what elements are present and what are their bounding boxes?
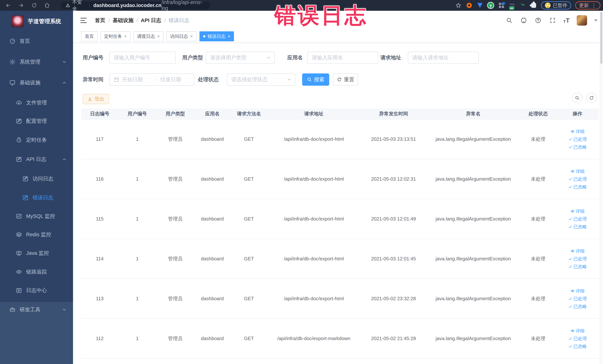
- logo-row[interactable]: 芋道管理系统: [0, 14, 73, 29]
- detail-link[interactable]: 详细: [570, 248, 585, 254]
- end-date-input[interactable]: [160, 77, 192, 82]
- sidebar-item-tracing[interactable]: 链路追踪: [0, 264, 73, 280]
- tab-error-log[interactable]: 错误日志×: [199, 31, 234, 41]
- detail-link[interactable]: 详细: [570, 129, 585, 134]
- mark-ignored-link[interactable]: 已忽略: [568, 264, 587, 270]
- sidebar-item-infrastructure[interactable]: 基础设施: [0, 75, 73, 91]
- extension-on-icon[interactable]: on: [509, 2, 515, 9]
- extension-y-icon[interactable]: y: [487, 2, 494, 9]
- request-url-input[interactable]: [412, 55, 474, 61]
- user-id-field[interactable]: [109, 52, 176, 64]
- detail-link[interactable]: 详细: [570, 168, 585, 174]
- tab-access-log[interactable]: 访问日志×: [166, 31, 197, 41]
- cell-log-id: 117: [81, 119, 118, 159]
- sidebar-item-api-log[interactable]: API 日志: [0, 151, 73, 167]
- sidebar-item-file-management[interactable]: 文件管理: [0, 94, 73, 111]
- app-name-field[interactable]: [307, 52, 378, 64]
- bookmark-star-icon[interactable]: [455, 2, 462, 9]
- column-header: 请求方法名: [231, 108, 267, 119]
- extension-shield-icon[interactable]: [476, 2, 483, 9]
- mark-processed-link[interactable]: 已处理: [568, 296, 587, 302]
- sidebar-item-system[interactable]: 系统管理: [0, 54, 73, 70]
- help-icon[interactable]: [534, 17, 542, 24]
- sidebar-item-label: 系统管理: [20, 59, 40, 65]
- sidebar-item-java-monitor[interactable]: Java 监控: [0, 245, 73, 261]
- extension-orange-icon[interactable]: [466, 2, 473, 9]
- exception-time-range-picker[interactable]: -: [109, 73, 194, 86]
- user-id-input[interactable]: [114, 55, 171, 61]
- mark-ignored-link[interactable]: 已忽略: [568, 224, 587, 230]
- user-type-select[interactable]: [206, 52, 275, 64]
- close-icon[interactable]: ×: [228, 34, 230, 39]
- browser-menu-kebab-icon[interactable]: ⋮: [591, 2, 596, 9]
- detail-link[interactable]: 详细: [570, 328, 585, 334]
- export-button[interactable]: 导出: [83, 94, 109, 104]
- home-icon[interactable]: [42, 1, 52, 10]
- extension-sprout-icon[interactable]: [520, 2, 526, 9]
- scrollbar-thumb[interactable]: [600, 12, 602, 64]
- sidebar-item-home[interactable]: 首页: [0, 33, 73, 49]
- browser-url-bar[interactable]: 不安全 dashboard.yudao.iocoder.cn/infra/log…: [61, 1, 210, 9]
- process-status-input[interactable]: [231, 77, 291, 82]
- breadcrumb-item[interactable]: 首页: [95, 17, 105, 24]
- sidebar-item-dev-tools[interactable]: 研发工具: [0, 302, 73, 318]
- breadcrumb-item[interactable]: 基础设施: [113, 17, 133, 24]
- reload-icon[interactable]: [29, 1, 39, 10]
- request-url-field[interactable]: [408, 52, 479, 64]
- sidebar-item-redis-monitor[interactable]: Redis 监控: [0, 226, 73, 243]
- tab-scheduled-jobs[interactable]: 定时任务×: [101, 31, 130, 41]
- close-icon[interactable]: ×: [124, 34, 127, 39]
- refresh-circle-button[interactable]: [586, 93, 597, 103]
- fullscreen-icon[interactable]: [549, 17, 556, 24]
- close-icon[interactable]: ×: [190, 34, 193, 39]
- mark-processed-link[interactable]: 已处理: [568, 256, 587, 262]
- profile-paused-badge[interactable]: 已暂停: [541, 1, 571, 10]
- back-icon[interactable]: [3, 1, 13, 10]
- browser-update-button[interactable]: 更新 ⋮: [575, 1, 600, 10]
- font-size-icon[interactable]: TT: [563, 17, 570, 24]
- close-icon[interactable]: ×: [157, 34, 160, 39]
- start-date-input[interactable]: [122, 77, 153, 82]
- extensions-puzzle-icon[interactable]: [530, 2, 537, 9]
- app-name-input[interactable]: [312, 55, 374, 61]
- toggle-search-circle-button[interactable]: [572, 93, 582, 103]
- detail-link[interactable]: 详细: [570, 288, 585, 294]
- user-avatar[interactable]: [577, 15, 587, 26]
- breadcrumb-item[interactable]: API 日志: [141, 17, 161, 24]
- mark-processed-link[interactable]: 已处理: [568, 176, 587, 182]
- sidebar-item-mysql-monitor[interactable]: MySQL 监控: [0, 208, 73, 224]
- access-log-icon: [22, 176, 29, 182]
- extension-grid-icon[interactable]: [498, 2, 505, 9]
- table-row: 112 1 管理员 dashboard GET /api/infra/db-do…: [81, 318, 598, 358]
- mark-processed-link[interactable]: 已处理: [568, 136, 587, 142]
- search-icon: [307, 77, 312, 82]
- mark-ignored-link[interactable]: 已忽略: [568, 184, 587, 190]
- sidebar-toggle-icon[interactable]: [81, 16, 89, 24]
- sidebar-item-log-center[interactable]: 日志中心: [0, 282, 73, 299]
- process-status-select[interactable]: [227, 73, 295, 86]
- sidebar-item-scheduled-jobs[interactable]: 定时任务: [0, 132, 73, 148]
- sidebar-item-error-log[interactable]: 错误日志: [0, 189, 73, 206]
- sidebar-item-access-log[interactable]: 访问日志: [0, 171, 73, 187]
- cell-request-url: /api/infra/db-doc/export-markdown: [267, 318, 360, 358]
- avatar-caret-down-icon[interactable]: [594, 20, 597, 22]
- sidebar-item-config-management[interactable]: 配置管理: [0, 113, 73, 129]
- mark-ignored-link[interactable]: 已忽略: [568, 343, 587, 349]
- mark-processed-link[interactable]: 已处理: [568, 336, 587, 341]
- ignored-link-label: 已忽略: [574, 343, 587, 349]
- search-icon[interactable]: [506, 17, 513, 24]
- scrollbar[interactable]: [600, 11, 603, 364]
- cell-log-id: 112: [81, 318, 118, 358]
- table-row: 116 1 管理员 dashboard GET /api/infra/db-do…: [81, 159, 598, 199]
- tab-schedule-log[interactable]: 调度日志×: [133, 31, 163, 41]
- search-button[interactable]: 搜索: [302, 73, 329, 86]
- tab-home[interactable]: 首页: [81, 31, 97, 41]
- github-icon[interactable]: [520, 17, 527, 24]
- mark-ignored-link[interactable]: 已忽略: [568, 304, 587, 309]
- forward-icon[interactable]: [16, 1, 26, 10]
- detail-link[interactable]: 详细: [570, 208, 585, 214]
- reset-button[interactable]: 重置: [333, 73, 358, 86]
- mark-processed-link[interactable]: 已处理: [568, 216, 587, 222]
- mark-ignored-link[interactable]: 已忽略: [568, 144, 587, 150]
- user-type-input[interactable]: [210, 55, 270, 61]
